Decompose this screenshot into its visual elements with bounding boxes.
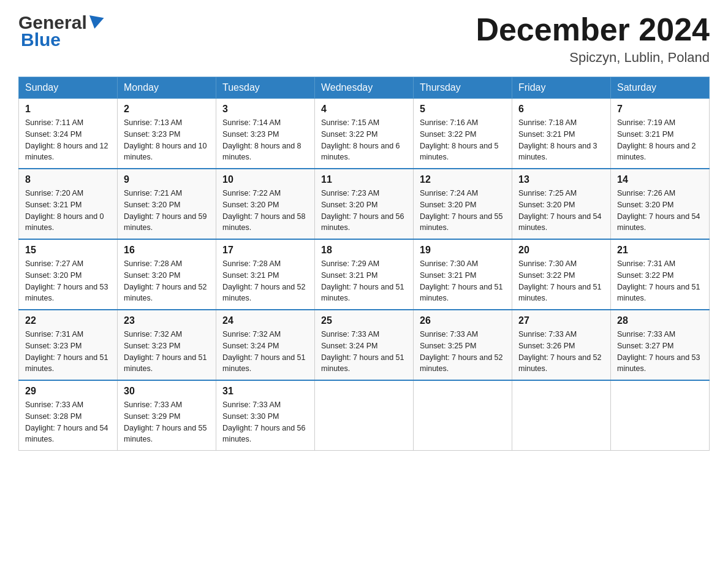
calendar-cell: 15Sunrise: 7:27 AMSunset: 3:20 PMDayligh… [19, 239, 118, 310]
calendar-cell: 19Sunrise: 7:30 AMSunset: 3:21 PMDayligh… [414, 239, 512, 310]
day-number: 3 [222, 104, 308, 115]
day-number: 27 [518, 315, 604, 326]
calendar-cell: 17Sunrise: 7:28 AMSunset: 3:21 PMDayligh… [216, 239, 315, 310]
day-info: Sunrise: 7:33 AMSunset: 3:25 PMDaylight:… [420, 329, 506, 375]
day-info: Sunrise: 7:33 AMSunset: 3:27 PMDaylight:… [617, 329, 703, 375]
week-row-2: 8Sunrise: 7:20 AMSunset: 3:21 PMDaylight… [19, 169, 710, 239]
day-number: 25 [321, 315, 407, 326]
header-saturday: Saturday [611, 77, 710, 99]
day-number: 5 [420, 104, 506, 115]
day-number: 28 [617, 315, 703, 326]
calendar-cell: 28Sunrise: 7:33 AMSunset: 3:27 PMDayligh… [611, 310, 710, 380]
day-info: Sunrise: 7:11 AMSunset: 3:24 PMDaylight:… [25, 117, 111, 163]
calendar-cell: 21Sunrise: 7:31 AMSunset: 3:22 PMDayligh… [611, 239, 710, 310]
day-info: Sunrise: 7:26 AMSunset: 3:20 PMDaylight:… [617, 188, 703, 234]
calendar-cell: 31Sunrise: 7:33 AMSunset: 3:30 PMDayligh… [216, 380, 315, 451]
day-number: 1 [25, 104, 111, 115]
day-info: Sunrise: 7:33 AMSunset: 3:30 PMDaylight:… [222, 399, 308, 445]
day-number: 13 [518, 174, 604, 185]
calendar-cell: 6Sunrise: 7:18 AMSunset: 3:21 PMDaylight… [512, 99, 611, 169]
logo-triangle-icon [87, 15, 104, 30]
day-number: 11 [321, 174, 407, 185]
day-info: Sunrise: 7:13 AMSunset: 3:23 PMDaylight:… [124, 117, 210, 163]
calendar-cell: 20Sunrise: 7:30 AMSunset: 3:22 PMDayligh… [512, 239, 611, 310]
calendar-cell: 11Sunrise: 7:23 AMSunset: 3:20 PMDayligh… [315, 169, 414, 239]
day-number: 24 [222, 315, 308, 326]
day-number: 6 [518, 104, 604, 115]
day-info: Sunrise: 7:33 AMSunset: 3:29 PMDaylight:… [124, 399, 210, 445]
calendar-cell: 7Sunrise: 7:19 AMSunset: 3:21 PMDaylight… [611, 99, 710, 169]
calendar-cell: 22Sunrise: 7:31 AMSunset: 3:23 PMDayligh… [19, 310, 118, 380]
calendar-cell: 18Sunrise: 7:29 AMSunset: 3:21 PMDayligh… [315, 239, 414, 310]
day-info: Sunrise: 7:33 AMSunset: 3:24 PMDaylight:… [321, 329, 407, 375]
month-title: December 2024 [476, 12, 710, 47]
day-number: 15 [25, 245, 111, 256]
day-number: 7 [617, 104, 703, 115]
calendar-cell: 1Sunrise: 7:11 AMSunset: 3:24 PMDaylight… [19, 99, 118, 169]
calendar-cell: 3Sunrise: 7:14 AMSunset: 3:23 PMDaylight… [216, 99, 315, 169]
day-info: Sunrise: 7:33 AMSunset: 3:26 PMDaylight:… [518, 329, 604, 375]
day-number: 22 [25, 315, 111, 326]
day-number: 21 [617, 245, 703, 256]
day-info: Sunrise: 7:27 AMSunset: 3:20 PMDaylight:… [25, 258, 111, 304]
calendar-cell: 25Sunrise: 7:33 AMSunset: 3:24 PMDayligh… [315, 310, 414, 380]
day-number: 17 [222, 245, 308, 256]
calendar-cell [611, 380, 710, 451]
calendar-cell: 2Sunrise: 7:13 AMSunset: 3:23 PMDaylight… [118, 99, 216, 169]
day-number: 8 [25, 174, 111, 185]
day-number: 20 [518, 245, 604, 256]
calendar-cell: 24Sunrise: 7:32 AMSunset: 3:24 PMDayligh… [216, 310, 315, 380]
day-number: 30 [124, 386, 210, 397]
location-title: Spiczyn, Lublin, Poland [476, 50, 710, 66]
day-info: Sunrise: 7:22 AMSunset: 3:20 PMDaylight:… [222, 188, 308, 234]
header-wednesday: Wednesday [315, 77, 414, 99]
day-info: Sunrise: 7:33 AMSunset: 3:28 PMDaylight:… [25, 399, 111, 445]
week-row-5: 29Sunrise: 7:33 AMSunset: 3:28 PMDayligh… [19, 380, 710, 451]
calendar-cell: 8Sunrise: 7:20 AMSunset: 3:21 PMDaylight… [19, 169, 118, 239]
day-info: Sunrise: 7:23 AMSunset: 3:20 PMDaylight:… [321, 188, 407, 234]
header-thursday: Thursday [414, 77, 512, 99]
calendar-cell: 26Sunrise: 7:33 AMSunset: 3:25 PMDayligh… [414, 310, 512, 380]
calendar-cell: 12Sunrise: 7:24 AMSunset: 3:20 PMDayligh… [414, 169, 512, 239]
day-number: 31 [222, 386, 308, 397]
day-info: Sunrise: 7:28 AMSunset: 3:21 PMDaylight:… [222, 258, 308, 304]
week-row-1: 1Sunrise: 7:11 AMSunset: 3:24 PMDaylight… [19, 99, 710, 169]
day-info: Sunrise: 7:16 AMSunset: 3:22 PMDaylight:… [420, 117, 506, 163]
calendar-cell: 23Sunrise: 7:32 AMSunset: 3:23 PMDayligh… [118, 310, 216, 380]
calendar-cell: 5Sunrise: 7:16 AMSunset: 3:22 PMDaylight… [414, 99, 512, 169]
day-number: 23 [124, 315, 210, 326]
calendar-cell: 29Sunrise: 7:33 AMSunset: 3:28 PMDayligh… [19, 380, 118, 451]
day-info: Sunrise: 7:31 AMSunset: 3:22 PMDaylight:… [617, 258, 703, 304]
day-info: Sunrise: 7:32 AMSunset: 3:23 PMDaylight:… [124, 329, 210, 375]
logo-blue-text: Blue [18, 29, 61, 50]
day-number: 29 [25, 386, 111, 397]
day-number: 19 [420, 245, 506, 256]
day-info: Sunrise: 7:19 AMSunset: 3:21 PMDaylight:… [617, 117, 703, 163]
day-info: Sunrise: 7:20 AMSunset: 3:21 PMDaylight:… [25, 188, 111, 234]
day-number: 18 [321, 245, 407, 256]
day-info: Sunrise: 7:25 AMSunset: 3:20 PMDaylight:… [518, 188, 604, 234]
page-header: General Blue December 2024 Spiczyn, Lubl… [18, 12, 710, 66]
calendar-cell: 14Sunrise: 7:26 AMSunset: 3:20 PMDayligh… [611, 169, 710, 239]
day-info: Sunrise: 7:30 AMSunset: 3:22 PMDaylight:… [518, 258, 604, 304]
logo: General Blue [18, 12, 104, 50]
calendar-cell [315, 380, 414, 451]
day-info: Sunrise: 7:24 AMSunset: 3:20 PMDaylight:… [420, 188, 506, 234]
header-tuesday: Tuesday [216, 77, 315, 99]
day-info: Sunrise: 7:30 AMSunset: 3:21 PMDaylight:… [420, 258, 506, 304]
calendar-cell: 16Sunrise: 7:28 AMSunset: 3:20 PMDayligh… [118, 239, 216, 310]
day-info: Sunrise: 7:15 AMSunset: 3:22 PMDaylight:… [321, 117, 407, 163]
calendar-table: SundayMondayTuesdayWednesdayThursdayFrid… [18, 77, 710, 451]
day-info: Sunrise: 7:14 AMSunset: 3:23 PMDaylight:… [222, 117, 308, 163]
week-row-3: 15Sunrise: 7:27 AMSunset: 3:20 PMDayligh… [19, 239, 710, 310]
calendar-cell: 9Sunrise: 7:21 AMSunset: 3:20 PMDaylight… [118, 169, 216, 239]
calendar-cell: 4Sunrise: 7:15 AMSunset: 3:22 PMDaylight… [315, 99, 414, 169]
day-number: 16 [124, 245, 210, 256]
day-info: Sunrise: 7:32 AMSunset: 3:24 PMDaylight:… [222, 329, 308, 375]
day-number: 2 [124, 104, 210, 115]
day-info: Sunrise: 7:28 AMSunset: 3:20 PMDaylight:… [124, 258, 210, 304]
calendar-cell [414, 380, 512, 451]
calendar-cell: 10Sunrise: 7:22 AMSunset: 3:20 PMDayligh… [216, 169, 315, 239]
day-info: Sunrise: 7:18 AMSunset: 3:21 PMDaylight:… [518, 117, 604, 163]
header-sunday: Sunday [19, 77, 118, 99]
